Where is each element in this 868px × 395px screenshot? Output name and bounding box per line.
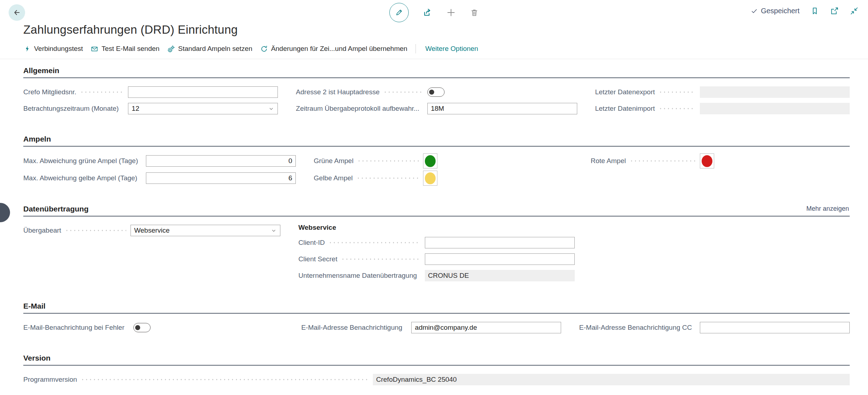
adresse2-toggle[interactable] (427, 87, 445, 97)
max-abweichung-gelb-input[interactable] (146, 172, 296, 184)
open-in-new-window-icon (830, 6, 839, 15)
rote-ampel-swatch[interactable] (700, 153, 714, 168)
section-title: Datenübertragung (23, 205, 89, 213)
field-label: Client-ID (298, 239, 325, 247)
action-bar-divider (0, 59, 868, 59)
section-version: Version Programmversion CrefoDynamics_BC… (23, 354, 850, 388)
letzter-datenimport-field (700, 103, 850, 114)
mehr-anzeigen-link[interactable]: Mehr anzeigen (806, 205, 850, 213)
field-gelbe-ampel: Gelbe Ampel (314, 170, 573, 187)
field-label: Letzter Datenexport (595, 88, 655, 96)
new-button[interactable] (446, 8, 456, 18)
edit-button[interactable] (389, 3, 409, 22)
green-circle-icon (425, 155, 436, 167)
section-header: E-Mail (23, 302, 850, 314)
arrow-left-icon (13, 8, 21, 17)
field-label: Zeitraum Übergabeprotokoll aufbewahr... (296, 105, 419, 113)
client-id-input[interactable] (425, 237, 575, 248)
uebergabeart-select[interactable]: Webservice (131, 225, 280, 236)
client-secret-input[interactable] (425, 253, 575, 265)
field-label: Betrachtungszeitraum (Monate) (23, 105, 119, 113)
field-label: Max. Abweichung grüne Ampel (Tage) (23, 157, 138, 165)
selected-value: Webservice (134, 227, 170, 234)
section-header: Ampeln (23, 135, 850, 147)
betrachtungszeitraum-select[interactable]: 12 (128, 103, 278, 114)
field-label: Crefo Mitgliedsnr. (23, 88, 76, 96)
crefo-mitgliedsnr-input[interactable] (128, 86, 278, 98)
section-title: Ampeln (23, 135, 51, 143)
envelope-icon (91, 45, 98, 53)
back-button[interactable] (9, 4, 25, 21)
dotted-leader (356, 177, 419, 179)
action-label: Verbindungstest (34, 45, 83, 53)
field-letzter-datenexport: Letzter Datenexport (595, 84, 850, 100)
standard-ampeln-action[interactable]: Standard Ampeln setzen (163, 42, 256, 55)
section-title: Allgemein (23, 66, 59, 75)
email-benachrichtigung-fehler-toggle[interactable] (133, 323, 151, 332)
delete-button[interactable] (470, 8, 479, 17)
share-button[interactable] (422, 8, 432, 18)
page-content: Allgemein Crefo Mitgliedsnr. Betrachtung… (0, 66, 868, 388)
dotted-leader (65, 230, 127, 231)
test-email-action[interactable]: Test E-Mail senden (87, 42, 163, 55)
email-adresse-cc-input[interactable] (700, 322, 850, 333)
collapse-button[interactable] (850, 6, 859, 15)
field-email-adresse-cc: E-Mail-Adresse Benachrichtigung CC (579, 319, 850, 336)
dotted-leader (659, 91, 696, 93)
field-crefo-mitgliedsnr: Crefo Mitgliedsnr. (23, 84, 278, 100)
email-adresse-input[interactable] (411, 322, 561, 333)
dotted-leader (80, 91, 124, 93)
gears-icon (167, 45, 175, 53)
dotted-leader (141, 177, 142, 179)
field-label: Programmversion (23, 376, 77, 384)
gelbe-ampel-swatch[interactable] (423, 171, 437, 186)
share-icon (422, 8, 432, 18)
more-options-button[interactable]: Weitere Optionen (420, 42, 483, 55)
section-title: E-Mail (23, 302, 46, 310)
window-controls: Gespeichert (751, 6, 859, 15)
dotted-leader (81, 379, 369, 380)
dotted-leader (630, 160, 696, 162)
field-rote-ampel: Rote Ampel (591, 152, 850, 170)
arrows-inward-icon (850, 6, 859, 15)
save-status-label: Gespeichert (761, 7, 800, 15)
payment-experience-setup-page: Gespeichert Zahlungserfahrungen (DRD) Ei… (0, 0, 868, 395)
field-label: Grüne Ampel (314, 157, 354, 165)
aenderungen-uebernehmen-action[interactable]: Änderungen für Zei...und Ampel übernehme… (256, 42, 411, 55)
field-max-abweichung-gruen: Max. Abweichung grüne Ampel (Tage) (23, 152, 296, 170)
section-header: Version (23, 354, 850, 366)
dotted-leader (122, 108, 124, 109)
dotted-leader (357, 160, 419, 162)
bookmark-button[interactable] (810, 6, 819, 15)
unternehmensname-field: CRONUS DE (425, 270, 575, 281)
field-email-adresse-benachrichtigung: E-Mail-Adresse Benachrichtigung (301, 319, 561, 336)
open-in-new-window-button[interactable] (830, 6, 839, 15)
verbindungstest-action[interactable]: Verbindungstest (20, 42, 87, 55)
zeitraum-protokoll-input[interactable] (427, 103, 577, 114)
field-label: Gelbe Ampel (314, 174, 353, 182)
field-label: Rote Ampel (591, 157, 626, 165)
save-status: Gespeichert (751, 7, 800, 15)
action-label: Test E-Mail senden (101, 45, 160, 53)
page-title: Zahlungserfahrungen (DRD) Einrichtung (23, 23, 868, 37)
action-bar: Verbindungstest Test E-Mail senden Stand… (20, 42, 868, 55)
section-email: E-Mail E-Mail-Benachrichtung bei Fehler … (23, 302, 850, 336)
lightning-icon (24, 45, 31, 52)
field-label: Max. Abweichung gelbe Ampel (Tage) (23, 174, 137, 182)
field-max-abweichung-gelb: Max. Abweichung gelbe Ampel (Tage) (23, 170, 296, 187)
field-label: Adresse 2 ist Hauptadresse (296, 88, 379, 96)
yellow-circle-icon (425, 172, 436, 184)
dotted-leader (328, 242, 421, 243)
trash-icon (470, 8, 479, 17)
gruene-ampel-swatch[interactable] (423, 153, 437, 168)
red-circle-icon (702, 155, 712, 167)
toggle-knob (135, 325, 140, 330)
max-abweichung-gruen-input[interactable] (146, 155, 296, 167)
action-label: Änderungen für Zei...und Ampel übernehme… (271, 45, 407, 53)
field-gruene-ampel: Grüne Ampel (314, 152, 573, 170)
field-unternehmensname: Unternehmensname Datenübertragung CRONUS… (298, 267, 575, 284)
record-actions (389, 3, 479, 22)
field-label: Letzter Datenimport (595, 105, 655, 113)
field-adresse2-hauptadresse: Adresse 2 ist Hauptadresse (296, 84, 577, 100)
selected-value: 12 (132, 105, 139, 113)
